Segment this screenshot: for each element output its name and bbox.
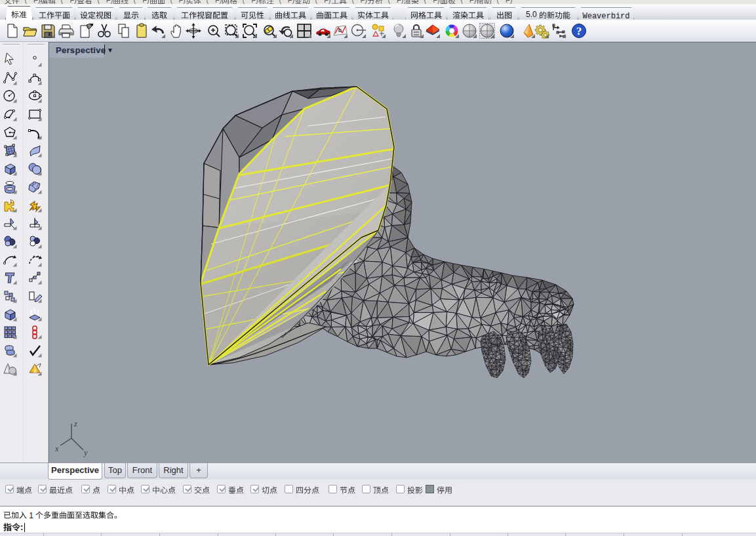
svg-text:?: ? [576,25,582,37]
